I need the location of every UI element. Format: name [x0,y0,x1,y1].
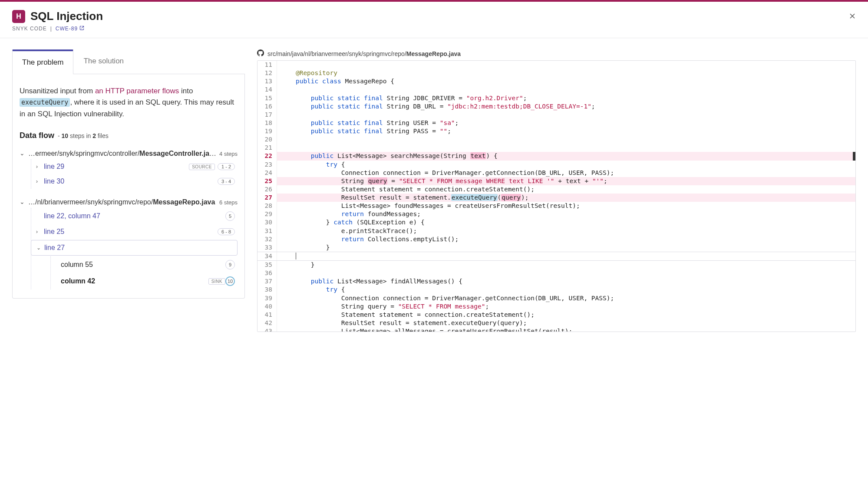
flow-step-label: line 27 [44,244,234,252]
line-number: 38 [257,286,277,294]
line-number: 40 [257,302,277,311]
flow-step-label: line 25 [44,228,215,236]
chevron-down-icon: ⌄ [20,150,26,157]
code-line: 23 try { [257,161,855,169]
code-line: 18 public static final String USER = "sa… [257,119,855,127]
tab-solution[interactable]: The solution [73,49,134,74]
code-line: 13 public class MessageRepo { [257,77,855,85]
file-group-header[interactable]: ⌄ …/nl/brianvermeer/snyk/springmvc/repo/… [20,198,238,206]
line-number: 16 [257,102,277,111]
chevron-icon: › [36,164,42,170]
line-number: 33 [257,243,277,252]
sink-method: executeQuery [20,98,70,107]
severity-badge: H [12,10,25,23]
code-line: 22 public List<Message> searchMessage(St… [257,152,855,160]
source-link[interactable]: an HTTP parameter flows [95,87,179,95]
page-title: SQL Injection [30,10,103,23]
code-line: 27 ResultSet result = statement.executeQ… [257,194,855,202]
line-number: 27 [257,194,277,202]
header: H SQL Injection SNYK CODE | CWE-89 [0,2,868,38]
code-line: 30 } catch (SQLException e) { [257,218,855,227]
line-number: 39 [257,294,277,302]
line-number: 42 [257,319,277,327]
external-link-icon [79,26,84,32]
line-number: 41 [257,311,277,319]
code-line: 11 [257,61,855,69]
file-path: …/nl/brianvermeer/snyk/springmvc/repo/Me… [28,198,217,206]
code-line: 37 public List<Message> findAllMessages(… [257,277,855,286]
code-line: 35 } [257,261,855,269]
flow-step-range: 3 - 4 [218,178,235,185]
line-number: 19 [257,127,277,135]
flow-step-num: 5 [225,211,235,221]
line-number: 11 [257,61,277,69]
chevron-icon: ⌄ [36,245,43,251]
code-line: 32 return Collections.emptyList(); [257,235,855,243]
code-line: 21 [257,144,855,152]
code-line: 31 e.printStackTrace(); [257,227,855,235]
code-line: 38 try { [257,286,855,294]
code-line: 25 String query = "SELECT * FROM message… [257,177,855,185]
code-line: 34 [257,252,855,261]
dataflow-summary: - 10 steps in 2 files [58,132,109,139]
line-number: 18 [257,119,277,127]
dataflow-title: Data flow [20,131,54,140]
code-line: 16 public static final String DB_URL = "… [257,102,855,111]
line-number: 17 [257,111,277,119]
code-line: 43 List<Message> allMessages = createUse… [257,327,855,332]
flow-step-num: 9 [225,260,235,269]
flow-step[interactable]: › line 303 - 4 [31,174,238,189]
flow-step[interactable]: › line 29SOURCE1 - 2 [31,159,238,174]
tab-problem[interactable]: The problem [12,49,73,74]
cwe-link[interactable]: CWE-89 [56,26,84,32]
line-number: 26 [257,185,277,194]
flow-step-label: line 22, column 47 [44,212,225,220]
line-number: 28 [257,202,277,210]
code-line: 36 [257,269,855,277]
code-line: 39 Connection connection = DriverManager… [257,294,855,302]
line-number: 35 [257,261,277,269]
file-path: …ermeer/snyk/springmvc/controller/Messag… [28,150,217,158]
code-line: 19 public static final String PASS = ""; [257,127,855,135]
line-number: 22 [257,152,277,160]
code-line: 42 ResultSet result = statement.executeQ… [257,319,855,327]
code-line: 26 Statement statement = connection.crea… [257,185,855,194]
close-button[interactable] [846,11,858,23]
flow-substep-label: column 42 [61,277,206,285]
flow-substep[interactable]: column 559 [50,256,238,273]
line-number: 23 [257,161,277,169]
code-line: 17 [257,111,855,119]
close-icon [848,12,857,23]
code-line: 20 [257,135,855,144]
problem-panel: Unsanitized input from an HTTP parameter… [12,74,245,299]
code-panel[interactable]: 1112 @Repository13 public class MessageR… [257,60,856,332]
flow-step[interactable]: line 22, column 475 [31,208,238,224]
flow-substep-label: column 55 [61,261,225,269]
line-number: 12 [257,69,277,77]
chevron-icon: › [36,229,42,235]
tabs: The problem The solution [12,49,245,74]
flow-step[interactable]: ⌄ line 27 [31,240,238,256]
flow-substep[interactable]: column 42SINK10 [50,273,238,289]
code-line: 29 return foundMessages; [257,210,855,218]
file-steps: 4 steps [219,151,238,157]
line-number: 24 [257,169,277,177]
line-number: 21 [257,144,277,152]
flow-step-label: line 30 [44,177,215,185]
code-line: 14 [257,85,855,94]
line-number: 37 [257,277,277,286]
source-label: SNYK CODE [12,26,47,32]
code-line: 41 Statement statement = connection.crea… [257,311,855,319]
chevron-down-icon: ⌄ [20,198,26,205]
line-number: 25 [257,177,277,185]
line-number: 31 [257,227,277,235]
code-line: 12 @Repository [257,69,855,77]
flow-badge: SINK [208,278,225,285]
chevron-icon: › [36,178,42,184]
line-number: 43 [257,327,277,332]
file-group-header[interactable]: ⌄ …ermeer/snyk/springmvc/controller/Mess… [20,150,238,158]
line-number: 15 [257,94,277,102]
line-number: 29 [257,210,277,218]
line-number: 32 [257,235,277,243]
flow-step[interactable]: › line 256 - 8 [31,224,238,239]
